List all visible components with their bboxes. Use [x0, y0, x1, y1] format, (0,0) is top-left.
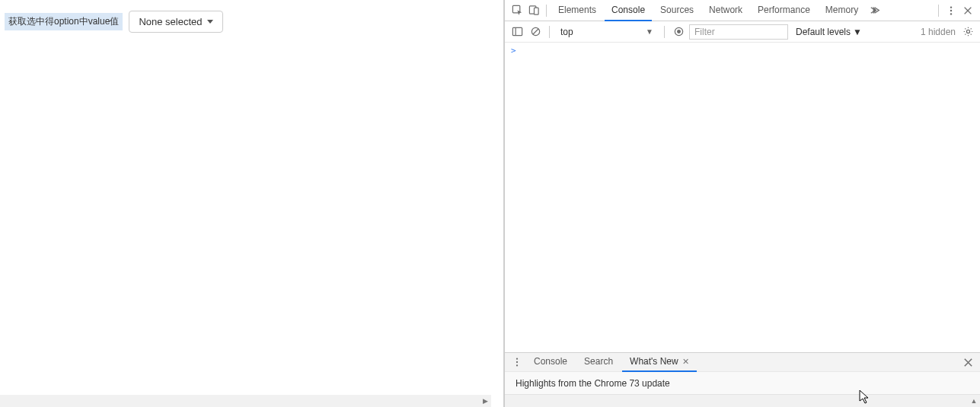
tab-elements[interactable]: Elements: [551, 0, 603, 21]
drawer-tab-search[interactable]: Search: [576, 352, 621, 372]
tab-memory[interactable]: Memory: [819, 0, 865, 21]
tab-console[interactable]: Console: [605, 0, 652, 21]
svg-point-13: [516, 358, 518, 359]
toggle-device-icon[interactable]: [526, 3, 541, 18]
options-dropdown[interactable]: None selected: [129, 11, 222, 33]
svg-point-14: [516, 361, 518, 363]
drawer-tab-label: Console: [534, 356, 567, 367]
drawer-tabbar: Console Search What's New ✕: [505, 352, 980, 372]
svg-rect-2: [534, 8, 538, 14]
dropdown-label: None selected: [139, 16, 202, 27]
drawer-tab-console[interactable]: Console: [526, 352, 575, 372]
drawer-tab-whats-new[interactable]: What's New ✕: [622, 352, 697, 372]
console-settings-icon[interactable]: [960, 24, 975, 40]
more-tabs-icon[interactable]: [867, 3, 882, 18]
svg-line-9: [532, 29, 538, 35]
clear-console-icon[interactable]: [528, 24, 543, 40]
svg-point-5: [950, 13, 952, 14]
console-toolbar: top ▼ Filter Default levels ▼ 1 hidden: [505, 21, 980, 43]
sidebar-toggle-icon[interactable]: [509, 24, 525, 40]
tab-performance[interactable]: Performance: [751, 0, 817, 21]
svg-point-4: [950, 9, 952, 11]
separator: [546, 5, 547, 17]
scroll-up-arrow-icon[interactable]: ▲: [968, 395, 980, 407]
scroll-right-arrow-icon[interactable]: ▶: [479, 395, 491, 407]
drawer-tab-label: What's New: [630, 356, 678, 367]
context-label: top: [560, 27, 573, 37]
svg-point-12: [966, 30, 969, 33]
kebab-menu-icon[interactable]: [943, 3, 959, 18]
caret-down-icon: [207, 20, 213, 24]
drawer-tab-label: Search: [584, 356, 613, 367]
inspect-element-icon[interactable]: [509, 3, 525, 18]
drawer-scrollbar[interactable]: ▲: [505, 395, 980, 407]
console-prompt[interactable]: >: [511, 46, 974, 56]
close-tab-icon[interactable]: ✕: [682, 357, 689, 367]
levels-label: Default levels: [796, 27, 851, 37]
tab-network[interactable]: Network: [702, 0, 749, 21]
horizontal-scrollbar[interactable]: ▶: [0, 395, 491, 407]
context-selector[interactable]: top ▼: [556, 24, 658, 40]
svg-point-11: [677, 30, 680, 33]
whats-new-headline: Highlights from the Chrome 73 update: [505, 372, 980, 395]
separator: [664, 26, 665, 38]
devtools-panel: Elements Console Sources Network Perform…: [504, 0, 980, 407]
live-expression-icon[interactable]: [671, 24, 686, 40]
log-levels-selector[interactable]: Default levels ▼: [791, 27, 867, 37]
get-value-button[interactable]: 获取选中得option中value值: [5, 13, 123, 30]
devtools-tabbar: Elements Console Sources Network Perform…: [505, 0, 980, 21]
separator: [549, 26, 550, 38]
drawer-menu-icon[interactable]: [509, 355, 525, 370]
page-viewport: 获取选中得option中value值 None selected ▶: [0, 0, 504, 407]
close-drawer-icon[interactable]: [960, 355, 975, 370]
svg-point-15: [516, 364, 518, 366]
tab-sources[interactable]: Sources: [653, 0, 701, 21]
dropdown-triangle-icon: ▼: [853, 27, 862, 37]
dropdown-triangle-icon: ▼: [646, 27, 653, 36]
close-devtools-icon[interactable]: [960, 3, 975, 18]
svg-rect-6: [512, 27, 522, 35]
console-output[interactable]: >: [505, 43, 980, 352]
hidden-count[interactable]: 1 hidden: [921, 27, 957, 37]
svg-point-3: [950, 6, 952, 8]
page-toolbar: 获取选中得option中value值 None selected: [0, 0, 503, 43]
filter-input[interactable]: Filter: [689, 24, 788, 40]
filter-placeholder: Filter: [694, 27, 715, 37]
separator: [938, 5, 939, 17]
